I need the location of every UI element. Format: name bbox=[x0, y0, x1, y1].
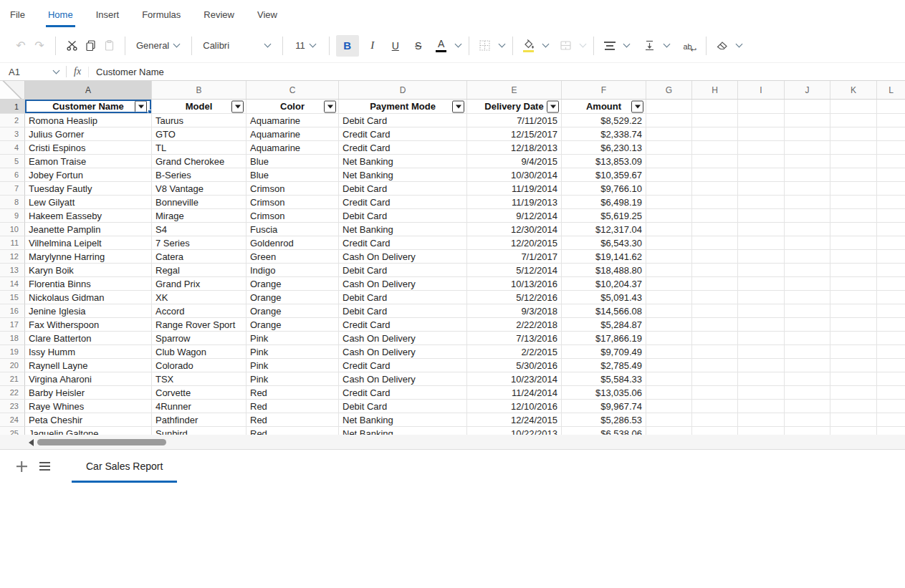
cell[interactable] bbox=[877, 114, 905, 127]
cell-model[interactable]: TSX bbox=[152, 372, 246, 386]
row-number[interactable]: 8 bbox=[0, 196, 25, 209]
cell[interactable] bbox=[738, 332, 785, 345]
cell-color[interactable]: Aquamarine bbox=[246, 141, 339, 155]
cell[interactable] bbox=[646, 100, 692, 114]
cell-payment-mode[interactable]: Cash On Delivery bbox=[339, 345, 467, 359]
cell[interactable] bbox=[830, 155, 877, 168]
cell[interactable] bbox=[646, 223, 692, 236]
cell-customer-name[interactable]: Vilhelmina Leipelt bbox=[25, 236, 152, 250]
cell[interactable] bbox=[646, 141, 692, 155]
filter-button[interactable] bbox=[324, 100, 336, 112]
column-header-l[interactable]: L bbox=[877, 81, 905, 99]
cell[interactable] bbox=[877, 291, 905, 304]
cell[interactable] bbox=[877, 223, 905, 236]
row-number[interactable]: 20 bbox=[0, 359, 25, 372]
cell-amount[interactable]: $19,141.62 bbox=[562, 250, 646, 264]
cell[interactable] bbox=[830, 168, 877, 182]
column-header-c[interactable]: C bbox=[246, 81, 339, 99]
sheet-tab-car-sales-report[interactable]: Car Sales Report bbox=[72, 450, 177, 483]
cell[interactable] bbox=[830, 318, 877, 332]
cell[interactable] bbox=[785, 332, 830, 345]
scrollbar-thumb[interactable] bbox=[37, 439, 166, 445]
cell-color[interactable]: Crimson bbox=[246, 196, 339, 209]
cell-model[interactable]: GTO bbox=[152, 127, 246, 141]
add-sheet-button[interactable] bbox=[10, 450, 33, 483]
cell[interactable] bbox=[785, 196, 830, 209]
cell[interactable] bbox=[738, 304, 785, 318]
cell[interactable] bbox=[830, 264, 877, 277]
cell[interactable] bbox=[738, 359, 785, 372]
row-number[interactable]: 13 bbox=[0, 264, 25, 277]
cell[interactable] bbox=[692, 386, 738, 400]
cell[interactable] bbox=[692, 304, 738, 318]
cell-b1[interactable]: Model bbox=[152, 100, 246, 114]
cell[interactable] bbox=[738, 209, 785, 223]
column-header-f[interactable]: F bbox=[562, 81, 646, 99]
cell-payment-mode[interactable]: Debit Card bbox=[339, 209, 467, 223]
cell-customer-name[interactable]: Clare Batterton bbox=[25, 332, 152, 345]
scroll-left-arrow[interactable] bbox=[29, 439, 34, 446]
row-number[interactable]: 12 bbox=[0, 250, 25, 264]
cell[interactable] bbox=[692, 332, 738, 345]
cell[interactable] bbox=[738, 400, 785, 413]
cell[interactable] bbox=[785, 386, 830, 400]
cell-delivery-date[interactable]: 5/30/2016 bbox=[467, 359, 562, 372]
fx-icon[interactable]: fx bbox=[67, 66, 88, 77]
cell-customer-name[interactable]: Peta Cheshir bbox=[25, 413, 152, 427]
vertical-align-button[interactable] bbox=[641, 35, 659, 57]
cell-color[interactable]: Orange bbox=[246, 304, 339, 318]
cell-payment-mode[interactable]: Cash On Delivery bbox=[339, 332, 467, 345]
row-number[interactable]: 7 bbox=[0, 182, 25, 196]
cell-delivery-date[interactable]: 7/1/2017 bbox=[467, 250, 562, 264]
cell[interactable] bbox=[646, 209, 692, 223]
cell[interactable] bbox=[646, 332, 692, 345]
cell-customer-name[interactable]: Fax Witherspoon bbox=[25, 318, 152, 332]
cell-delivery-date[interactable]: 11/19/2013 bbox=[467, 196, 562, 209]
cell-customer-name[interactable]: Virgina Aharoni bbox=[25, 372, 152, 386]
cell-payment-mode[interactable]: Credit Card bbox=[339, 386, 467, 400]
cell-amount[interactable]: $5,619.25 bbox=[562, 209, 646, 223]
cell[interactable] bbox=[785, 318, 830, 332]
row-number[interactable]: 15 bbox=[0, 291, 25, 304]
clear-button[interactable] bbox=[713, 35, 732, 57]
cell-payment-mode[interactable]: Cash On Delivery bbox=[339, 277, 467, 291]
row-number[interactable]: 3 bbox=[0, 127, 25, 141]
cell-model[interactable]: TL bbox=[152, 141, 246, 155]
cell-model[interactable]: Accord bbox=[152, 304, 246, 318]
cell-delivery-date[interactable]: 7/11/2015 bbox=[467, 114, 562, 127]
cell[interactable] bbox=[877, 236, 905, 250]
row-number[interactable]: 10 bbox=[0, 223, 25, 236]
cell-model[interactable]: Regal bbox=[152, 264, 246, 277]
cell-customer-name[interactable]: Barby Heisler bbox=[25, 386, 152, 400]
cell[interactable] bbox=[785, 223, 830, 236]
chevron-down-icon[interactable] bbox=[735, 41, 742, 48]
cell-delivery-date[interactable]: 5/12/2016 bbox=[467, 291, 562, 304]
cell-payment-mode[interactable]: Net Banking bbox=[339, 427, 467, 435]
row-number[interactable]: 14 bbox=[0, 277, 25, 291]
cell[interactable] bbox=[785, 250, 830, 264]
cell[interactable] bbox=[692, 182, 738, 196]
cell[interactable] bbox=[877, 127, 905, 141]
merge-cells-button[interactable] bbox=[557, 35, 575, 57]
cell[interactable] bbox=[830, 182, 877, 196]
cell-delivery-date[interactable]: 11/24/2014 bbox=[467, 386, 562, 400]
select-all-corner[interactable] bbox=[0, 81, 25, 99]
cell[interactable] bbox=[830, 386, 877, 400]
cell-delivery-date[interactable]: 12/30/2014 bbox=[467, 223, 562, 236]
row-number[interactable]: 21 bbox=[0, 372, 25, 386]
cell[interactable] bbox=[830, 250, 877, 264]
column-header-h[interactable]: H bbox=[692, 81, 738, 99]
cell[interactable] bbox=[785, 413, 830, 427]
cell[interactable] bbox=[785, 236, 830, 250]
cell-delivery-date[interactable]: 9/3/2018 bbox=[467, 304, 562, 318]
cell-c1[interactable]: Color bbox=[246, 100, 339, 114]
font-name-dropdown[interactable]: Calibri bbox=[203, 40, 272, 51]
row-number[interactable]: 24 bbox=[0, 413, 25, 427]
cell[interactable] bbox=[646, 291, 692, 304]
cell-model[interactable]: Colorado bbox=[152, 359, 246, 372]
cell-color[interactable]: Crimson bbox=[246, 182, 339, 196]
cell[interactable] bbox=[785, 155, 830, 168]
cell-amount[interactable]: $10,204.37 bbox=[562, 277, 646, 291]
cell[interactable] bbox=[738, 413, 785, 427]
cell[interactable] bbox=[646, 359, 692, 372]
